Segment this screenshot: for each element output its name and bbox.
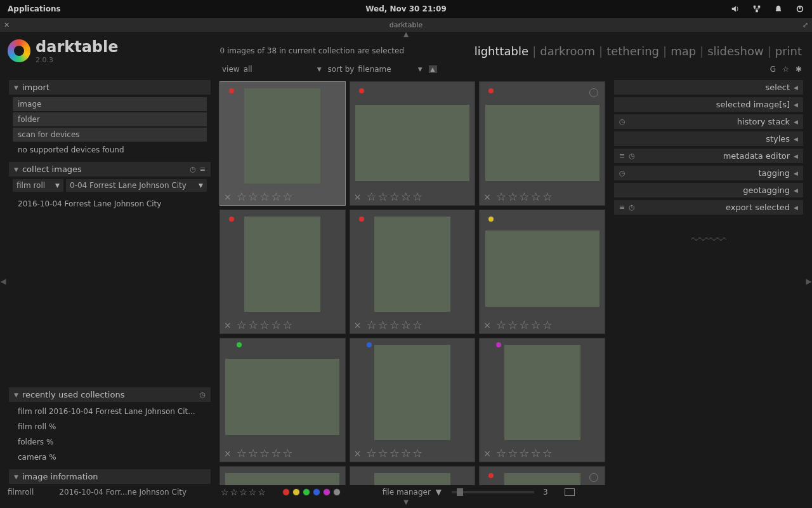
rating-star[interactable]: ☆ bbox=[282, 191, 292, 203]
image-info-header[interactable]: ▼image information bbox=[9, 469, 211, 484]
panel-collapse-top-icon[interactable]: ▲ bbox=[0, 32, 812, 37]
thumbnail[interactable] bbox=[479, 466, 605, 485]
color-dot-grey[interactable] bbox=[333, 488, 341, 496]
collect-value-select[interactable]: 0-04 Forrest Lane Johnson City▼ bbox=[66, 179, 207, 192]
rating-star[interactable]: ☆ bbox=[378, 191, 388, 203]
mode-darkroom[interactable]: darkroom bbox=[540, 44, 595, 58]
recent-header[interactable]: ▼recently used collections ◷ bbox=[9, 387, 211, 402]
rating-star[interactable]: ☆ bbox=[239, 487, 247, 497]
mode-print[interactable]: print bbox=[775, 44, 802, 58]
reset-icon[interactable]: ◷ bbox=[629, 203, 635, 211]
rating-star[interactable]: ☆ bbox=[249, 487, 257, 497]
recent-item[interactable]: folders % bbox=[13, 435, 207, 449]
rating-star[interactable]: ☆ bbox=[401, 448, 411, 459]
reject-button[interactable]: × bbox=[483, 448, 491, 458]
thumbnail[interactable] bbox=[219, 466, 346, 485]
rating-star[interactable]: ☆ bbox=[508, 448, 518, 459]
metadata-header[interactable]: ≡◷metadata editor◀ bbox=[614, 149, 803, 163]
tagging-header[interactable]: ◷tagging◀ bbox=[614, 166, 803, 180]
thumbnail[interactable]: × ☆ ☆ ☆ ☆ ☆ bbox=[479, 338, 605, 462]
thumbnail[interactable]: × ☆ ☆ ☆ ☆ ☆ bbox=[479, 81, 605, 206]
power-icon[interactable] bbox=[796, 4, 804, 13]
view-filter-dropdown[interactable]: view all ▼ bbox=[222, 65, 322, 74]
reject-button[interactable]: × bbox=[354, 192, 362, 202]
reject-button[interactable]: × bbox=[354, 448, 362, 458]
rating-star[interactable]: ☆ bbox=[259, 319, 270, 331]
rating-star[interactable]: ☆ bbox=[248, 319, 258, 331]
rating-star[interactable]: ☆ bbox=[271, 319, 281, 331]
import-folder-button[interactable]: folder bbox=[13, 112, 207, 126]
rating-star[interactable]: ☆ bbox=[259, 191, 270, 203]
reject-button[interactable]: × bbox=[224, 320, 232, 330]
presets-icon[interactable]: ≡ bbox=[619, 203, 625, 211]
rating-star[interactable]: ☆ bbox=[237, 448, 247, 459]
group-toggle[interactable]: G bbox=[770, 65, 776, 74]
thumbnail[interactable]: × ☆ ☆ ☆ ☆ ☆ bbox=[479, 210, 605, 334]
rating-star[interactable]: ☆ bbox=[496, 191, 506, 203]
sort-dropdown[interactable]: sort by filename ▼ bbox=[328, 65, 422, 74]
recent-item[interactable]: film roll 2016-10-04 Forrest Lane Johnso… bbox=[13, 404, 207, 418]
rating-star[interactable]: ☆ bbox=[378, 448, 388, 459]
slider-handle[interactable] bbox=[457, 488, 463, 496]
rating-star[interactable]: ☆ bbox=[542, 319, 553, 331]
rating-star[interactable]: ☆ bbox=[271, 448, 281, 459]
mode-tethering[interactable]: tethering bbox=[606, 44, 659, 58]
rating-star[interactable]: ☆ bbox=[390, 448, 400, 459]
rating-star[interactable]: ☆ bbox=[271, 191, 281, 203]
thumbnail[interactable]: × ☆ ☆ ☆ ☆ ☆ bbox=[219, 81, 346, 206]
rating-star[interactable]: ☆ bbox=[530, 448, 540, 459]
rating-star[interactable]: ☆ bbox=[221, 487, 229, 497]
history-icon[interactable]: ◷ bbox=[199, 391, 206, 399]
reject-button[interactable]: × bbox=[224, 192, 232, 202]
rating-star[interactable]: ☆ bbox=[378, 319, 388, 331]
rating-star[interactable]: ☆ bbox=[259, 448, 270, 459]
rating-star[interactable]: ☆ bbox=[496, 319, 506, 331]
rating-star[interactable]: ☆ bbox=[390, 191, 400, 203]
import-header[interactable]: ▼import bbox=[9, 80, 211, 95]
layout-mode-dropdown[interactable]: file manager ▼ bbox=[383, 488, 442, 497]
geotag-header[interactable]: geotagging◀ bbox=[614, 183, 803, 197]
thumbnail[interactable]: × ☆ ☆ ☆ ☆ ☆ bbox=[350, 210, 476, 334]
recent-item[interactable]: film roll % bbox=[13, 420, 207, 434]
volume-icon[interactable] bbox=[731, 4, 740, 13]
preferences-gear-icon[interactable]: ✱ bbox=[796, 65, 802, 74]
rating-star[interactable]: ☆ bbox=[401, 191, 411, 203]
rating-star[interactable]: ☆ bbox=[366, 448, 376, 459]
reject-button[interactable]: × bbox=[483, 192, 491, 202]
window-maximize-icon[interactable]: ⤢ bbox=[802, 21, 808, 29]
presets-icon[interactable]: ≡ bbox=[200, 165, 206, 173]
window-close-icon[interactable]: ✕ bbox=[4, 21, 10, 29]
collect-type-select[interactable]: film roll▼ bbox=[13, 179, 63, 192]
color-dot-magenta[interactable] bbox=[323, 488, 331, 496]
recent-item[interactable]: camera % bbox=[13, 450, 207, 464]
reset-icon[interactable]: ◷ bbox=[619, 117, 625, 126]
rating-star[interactable]: ☆ bbox=[366, 319, 376, 331]
thumbnail[interactable]: × ☆ ☆ ☆ ☆ ☆ bbox=[350, 81, 476, 206]
rating-star[interactable]: ☆ bbox=[412, 448, 422, 459]
history-icon[interactable]: ◷ bbox=[190, 165, 196, 173]
rating-star[interactable]: ☆ bbox=[390, 319, 400, 331]
rating-star[interactable]: ☆ bbox=[258, 487, 266, 497]
collect-result-item[interactable]: 2016-10-04 Forrest Lane Johnson City bbox=[13, 197, 207, 211]
rating-star[interactable]: ☆ bbox=[496, 448, 506, 459]
rating-star[interactable]: ☆ bbox=[237, 191, 247, 203]
rating-star[interactable]: ☆ bbox=[282, 319, 292, 331]
rating-star[interactable]: ☆ bbox=[519, 319, 529, 331]
presets-icon[interactable]: ≡ bbox=[619, 152, 625, 160]
rating-star[interactable]: ☆ bbox=[237, 319, 247, 331]
scan-devices-button[interactable]: scan for devices bbox=[13, 128, 207, 142]
rating-star[interactable]: ☆ bbox=[401, 319, 411, 331]
thumbnail[interactable] bbox=[350, 466, 476, 485]
rating-star[interactable]: ☆ bbox=[282, 448, 292, 459]
rating-star[interactable]: ☆ bbox=[412, 191, 422, 203]
rating-star[interactable]: ☆ bbox=[508, 191, 518, 203]
color-dot-blue[interactable] bbox=[313, 488, 320, 496]
sort-direction-button[interactable]: ▲ bbox=[429, 65, 437, 73]
color-dot-yellow[interactable] bbox=[292, 488, 300, 496]
network-icon[interactable] bbox=[752, 4, 761, 13]
notification-bell-icon[interactable] bbox=[774, 4, 783, 13]
thumbnail[interactable]: × ☆ ☆ ☆ ☆ ☆ bbox=[219, 210, 346, 334]
mode-slideshow[interactable]: slideshow bbox=[707, 44, 763, 58]
rating-star[interactable]: ☆ bbox=[366, 191, 376, 203]
overlay-star-icon[interactable]: ☆ bbox=[782, 65, 789, 74]
